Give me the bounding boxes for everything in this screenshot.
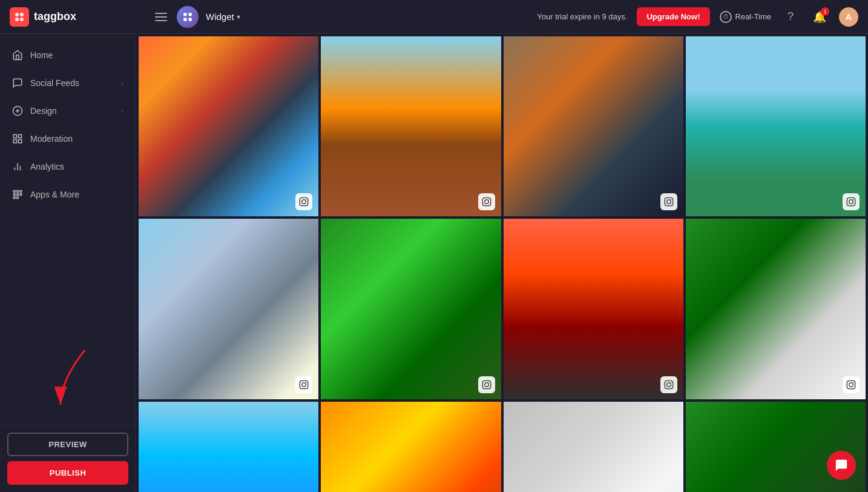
svg-rect-33 [847, 198, 855, 206]
widget-dropdown[interactable]: Widget ▾ [206, 12, 240, 22]
photo-item[interactable] [504, 219, 683, 399]
sidebar-bottom: PREVIEW PUBLISH [0, 425, 136, 492]
svg-point-0 [15, 13, 19, 16]
svg-rect-12 [13, 140, 16, 143]
help-button[interactable]: ? [781, 7, 800, 27]
svg-point-47 [853, 382, 853, 382]
photo-item[interactable] [504, 36, 683, 216]
instagram-icon [478, 376, 495, 393]
sidebar-item-social-feeds[interactable]: Social Feeds › [0, 69, 136, 97]
help-icon: ? [787, 10, 794, 23]
header: taggbox Widget ▾ Your trial expire in 9 … [0, 0, 868, 34]
header-right: Your trial expire in 9 days. Upgrade Now… [537, 7, 858, 27]
svg-rect-30 [665, 198, 672, 206]
chat-bubble-button[interactable] [827, 451, 856, 480]
svg-rect-24 [300, 198, 308, 206]
svg-rect-36 [300, 381, 308, 388]
svg-point-25 [302, 200, 306, 204]
logo-text: taggbox [34, 10, 76, 23]
svg-point-32 [671, 199, 671, 200]
photo-item[interactable] [139, 402, 318, 493]
sidebar-item-design[interactable]: Design › [0, 97, 136, 125]
sidebar-item-apps-more[interactable]: Apps & More [0, 181, 136, 208]
design-icon [12, 105, 23, 116]
apps-more-label: Apps & More [30, 190, 79, 199]
svg-rect-18 [20, 190, 22, 192]
svg-point-41 [488, 382, 489, 382]
svg-point-44 [671, 382, 671, 382]
preview-button[interactable]: PREVIEW [7, 433, 128, 456]
design-chevron-icon: › [121, 107, 123, 115]
sidebar-item-analytics[interactable]: Analytics [0, 153, 136, 181]
svg-point-3 [20, 18, 24, 21]
moderation-label: Moderation [30, 134, 73, 144]
svg-rect-4 [183, 13, 186, 16]
instagram-icon [478, 193, 495, 210]
svg-point-38 [306, 382, 306, 382]
analytics-icon [12, 161, 23, 172]
photo-item[interactable] [321, 402, 501, 493]
svg-point-28 [484, 200, 488, 204]
content-area [136, 34, 868, 492]
logo-icon [10, 7, 29, 27]
photo-item[interactable] [139, 219, 318, 399]
analytics-label: Analytics [30, 162, 64, 171]
avatar[interactable]: A [839, 7, 858, 27]
notification-badge: 1 [821, 7, 829, 16]
svg-point-46 [849, 382, 853, 387]
hamburger-line [155, 16, 167, 18]
svg-point-31 [666, 200, 671, 204]
trial-text: Your trial expire in 9 days. [537, 12, 627, 21]
svg-rect-42 [665, 381, 672, 388]
sidebar: Home Social Feeds › Design [0, 34, 136, 492]
photo-grid [139, 36, 866, 492]
nav-list: Home Social Feeds › Design [0, 34, 136, 425]
upgrade-button[interactable]: Upgrade Now! [637, 7, 709, 26]
apps-more-icon [12, 189, 23, 200]
widget-label-text: Widget [206, 12, 234, 22]
instagram-icon [295, 376, 312, 393]
realtime-label: Real-Time [735, 12, 771, 21]
svg-rect-5 [189, 13, 192, 16]
svg-point-29 [488, 199, 489, 200]
photo-item[interactable] [686, 36, 866, 216]
home-label: Home [30, 50, 53, 60]
svg-rect-11 [19, 140, 22, 143]
instagram-icon [660, 376, 677, 393]
svg-rect-7 [189, 18, 192, 21]
svg-rect-19 [13, 194, 15, 196]
notifications-button[interactable]: 🔔 1 [810, 7, 829, 27]
svg-rect-10 [19, 135, 22, 138]
photo-item[interactable] [321, 36, 501, 216]
sidebar-item-moderation[interactable]: Moderation [0, 125, 136, 153]
home-icon [12, 50, 23, 61]
svg-point-35 [853, 199, 853, 200]
design-label: Design [30, 106, 57, 116]
svg-point-2 [15, 18, 19, 21]
svg-point-26 [306, 199, 306, 200]
svg-rect-27 [482, 198, 490, 206]
svg-rect-45 [847, 381, 855, 388]
publish-button[interactable]: PUBLISH [7, 461, 128, 485]
widget-chevron-icon: ▾ [237, 13, 240, 21]
widget-icon [177, 6, 199, 28]
moderation-icon [12, 133, 23, 144]
realtime-button[interactable]: ⏱ Real-Time [720, 11, 771, 23]
hamburger-button[interactable] [153, 10, 169, 24]
photo-item[interactable] [504, 402, 683, 493]
clock-icon: ⏱ [720, 11, 732, 23]
svg-rect-16 [13, 190, 15, 192]
hamburger-line [155, 13, 167, 14]
logo-area: taggbox [10, 7, 143, 27]
svg-rect-21 [20, 194, 22, 196]
photo-item[interactable] [139, 36, 318, 216]
photo-item[interactable] [321, 219, 501, 399]
main-area: Home Social Feeds › Design [0, 34, 868, 492]
sidebar-item-home[interactable]: Home [0, 41, 136, 69]
svg-point-40 [484, 382, 488, 387]
instagram-icon [843, 376, 860, 393]
photo-item[interactable] [686, 219, 866, 399]
svg-rect-17 [17, 190, 19, 192]
svg-rect-9 [13, 135, 16, 138]
svg-rect-20 [17, 194, 19, 196]
